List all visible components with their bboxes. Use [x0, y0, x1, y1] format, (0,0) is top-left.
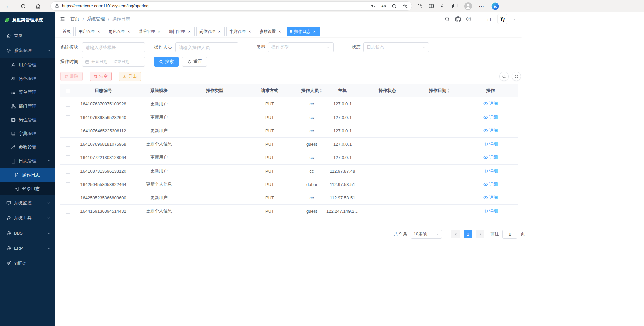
table-row[interactable]: 1641076465225306112 更新用户 PUT cc 127.0.0.…: [60, 124, 518, 137]
col-operator[interactable]: 操作人员▲▼: [297, 84, 326, 97]
delete-button[interactable]: 删除: [60, 72, 83, 81]
address-bar[interactable]: https://ccnetcore.com:1101/system/log/op…: [50, 1, 412, 11]
reset-button[interactable]: 重置: [182, 57, 207, 67]
close-icon[interactable]: ×: [217, 29, 222, 34]
table-row[interactable]: 1642505235366809600 更新用户 PUT cc 112.97.5…: [60, 191, 518, 204]
date-range-picker[interactable]: 开始日期 - 结束日期: [82, 57, 145, 67]
table-row[interactable]: 1641077221303128064 更新用户 PUT cc 127.0.0.…: [60, 151, 518, 164]
sidebar-item-login-log[interactable]: 登录日志: [0, 182, 55, 195]
sidebar-toggle-icon[interactable]: [60, 16, 65, 22]
zoom-out-icon[interactable]: [392, 4, 397, 9]
extensions-icon[interactable]: [417, 3, 422, 9]
detail-link[interactable]: 详细: [483, 208, 498, 214]
toggle-search-button[interactable]: [499, 72, 509, 81]
tab-param-settings[interactable]: 参数设置×: [257, 27, 285, 36]
sidebar-item-bbs[interactable]: BBS: [0, 225, 55, 241]
refresh-table-button[interactable]: [512, 72, 521, 81]
font-size-icon[interactable]: TT: [487, 16, 492, 22]
table-row[interactable]: 1641087313696133120 更新用户 PUT cc 112.97.8…: [60, 164, 518, 178]
select-all-checkbox[interactable]: [66, 89, 70, 93]
github-icon[interactable]: [455, 16, 461, 22]
detail-link[interactable]: 详细: [483, 141, 498, 147]
tab-menu-mgmt[interactable]: 菜单管理×: [136, 27, 164, 36]
detail-link[interactable]: 详细: [483, 114, 498, 120]
sidebar-item-dict-mgmt[interactable]: 字典管理: [0, 127, 55, 140]
read-aloud-icon[interactable]: A: [381, 4, 386, 9]
row-checkbox[interactable]: [66, 169, 70, 174]
tab-dict-mgmt[interactable]: 字典管理×: [226, 27, 255, 36]
breadcrumb-system-mgmt[interactable]: 系统管理: [87, 16, 105, 22]
sidebar-item-post-mgmt[interactable]: 岗位管理: [0, 113, 55, 127]
table-row[interactable]: 1644159136394514432 更新个人信息 PUT guest 122…: [60, 204, 518, 218]
chevron-down-icon[interactable]: [513, 17, 516, 21]
table-row[interactable]: 1641076968181075968 更新个人信息 PUT guest 127…: [60, 137, 518, 151]
type-select[interactable]: 操作类型: [268, 42, 334, 52]
close-icon[interactable]: ×: [126, 29, 131, 34]
col-date[interactable]: 操作日期▲▼: [416, 84, 463, 97]
tab-post-mgmt[interactable]: 岗位管理×: [196, 27, 225, 36]
fullscreen-icon[interactable]: [476, 16, 482, 22]
tab-dept-mgmt[interactable]: 部门管理×: [166, 27, 195, 36]
sort-icons[interactable]: ▲▼: [447, 88, 450, 94]
sidebar-item-system-tools[interactable]: 系统工具: [0, 210, 55, 225]
sidebar-item-menu-mgmt[interactable]: 菜单管理: [0, 85, 55, 99]
password-key-icon[interactable]: [370, 4, 375, 9]
user-avatar[interactable]: Yj: [497, 14, 507, 24]
reload-icon[interactable]: [19, 2, 27, 10]
detail-link[interactable]: 详细: [483, 181, 498, 187]
goto-page-input[interactable]: [502, 230, 517, 239]
browser-menu-icon[interactable]: ⋯: [479, 3, 484, 9]
page-size-select[interactable]: 10条/页: [411, 230, 442, 239]
row-checkbox[interactable]: [66, 209, 70, 214]
add-favorite-star-icon[interactable]: [402, 4, 408, 9]
search-icon[interactable]: [445, 16, 450, 22]
sidebar-item-user-mgmt[interactable]: 用户管理: [0, 58, 55, 72]
next-page-button[interactable]: [476, 230, 484, 238]
row-checkbox[interactable]: [66, 155, 70, 160]
detail-link[interactable]: 详细: [483, 154, 498, 160]
close-icon[interactable]: ×: [312, 29, 317, 34]
row-checkbox[interactable]: [66, 142, 70, 147]
detail-link[interactable]: 详细: [483, 128, 498, 134]
row-checkbox[interactable]: [66, 102, 70, 107]
sidebar-item-dept-mgmt[interactable]: 部门管理: [0, 99, 55, 113]
sidebar-item-role-mgmt[interactable]: 角色管理: [0, 72, 55, 85]
page-1-button[interactable]: 1: [464, 230, 472, 238]
export-button[interactable]: 导出: [119, 72, 141, 81]
close-icon[interactable]: ×: [96, 29, 101, 34]
sidebar-item-home[interactable]: 首页: [0, 28, 55, 43]
table-row[interactable]: 1641076398565232640 更新用户 PUT cc 127.0.0.…: [60, 111, 518, 124]
search-button[interactable]: 搜索: [154, 57, 179, 67]
sidebar-item-erp[interactable]: ERP: [0, 241, 55, 256]
sidebar-item-log-mgmt[interactable]: 日志管理: [0, 154, 55, 168]
module-input[interactable]: [82, 42, 145, 52]
breadcrumb-home[interactable]: 首页: [70, 16, 79, 22]
tab-user-mgmt[interactable]: 用户管理×: [75, 27, 104, 36]
collections-icon[interactable]: [452, 3, 458, 9]
prev-page-button[interactable]: [451, 230, 460, 238]
start-date-input[interactable]: 开始日期: [91, 59, 107, 65]
browser-profile-avatar[interactable]: [464, 2, 472, 10]
close-icon[interactable]: ×: [187, 29, 192, 34]
sidebar-item-oper-log[interactable]: 操作日志: [0, 168, 55, 182]
help-icon[interactable]: ?: [466, 16, 471, 22]
split-screen-icon[interactable]: [429, 3, 434, 9]
sidebar-item-system-mgmt[interactable]: 系统管理: [0, 43, 55, 58]
detail-link[interactable]: 详细: [483, 195, 498, 201]
status-select[interactable]: 日志状态: [363, 42, 429, 52]
copilot-bing-icon[interactable]: [491, 2, 500, 11]
table-row[interactable]: 1642504558053822464 更新个人信息 PUT dabai 112…: [60, 178, 518, 191]
close-icon[interactable]: ×: [157, 29, 161, 34]
operator-input[interactable]: [175, 42, 238, 52]
browser-home-icon[interactable]: [34, 2, 42, 10]
clear-button[interactable]: 清空: [90, 72, 112, 81]
row-checkbox[interactable]: [66, 182, 70, 187]
tab-role-mgmt[interactable]: 角色管理×: [106, 27, 134, 36]
detail-link[interactable]: 详细: [483, 168, 498, 174]
close-icon[interactable]: ×: [247, 29, 252, 34]
row-checkbox[interactable]: [66, 129, 70, 133]
tab-oper-log[interactable]: 操作日志×: [287, 27, 320, 36]
sort-icons[interactable]: ▲▼: [320, 88, 322, 94]
sidebar-item-param-settings[interactable]: 参数设置: [0, 140, 55, 154]
detail-link[interactable]: 详细: [483, 101, 498, 107]
